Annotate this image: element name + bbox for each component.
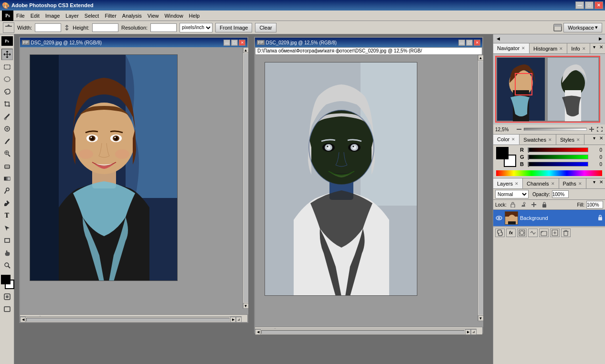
height-input[interactable] — [92, 23, 118, 32]
layer-background[interactable]: Background — [493, 210, 605, 227]
close-button[interactable]: ✕ — [594, 1, 603, 9]
b-slider-thumb[interactable] — [528, 162, 529, 167]
doc2-minimize[interactable]: — — [458, 40, 465, 46]
tool-shape[interactable] — [1, 235, 13, 246]
navigator-panel-menu[interactable]: ▾ — [591, 43, 597, 53]
doc2-hscroll[interactable]: ◀ ▶ ⊿ — [255, 329, 477, 334]
doc2-window-controls[interactable]: — □ ✕ — [458, 40, 480, 46]
tab-styles[interactable]: Styles ✕ — [556, 135, 584, 145]
menu-file[interactable]: File — [13, 12, 28, 20]
doc2-vscroll[interactable]: ▲ ▼ — [478, 55, 483, 321]
tool-marquee-ellipse[interactable] — [1, 73, 13, 85]
blend-mode-select[interactable]: Normal Multiply Screen — [495, 190, 529, 198]
tab-color[interactable]: Color ✕ — [493, 135, 520, 145]
menu-image[interactable]: Image — [42, 12, 63, 20]
tool-pen[interactable] — [1, 198, 13, 209]
tool-eraser[interactable] — [1, 160, 13, 172]
doc2-hscroll-right[interactable]: ▶ — [465, 329, 471, 335]
fill-input[interactable] — [586, 201, 603, 208]
tool-path-select[interactable] — [1, 222, 13, 234]
b-slider[interactable] — [528, 162, 588, 166]
tab-histogram[interactable]: Histogram ✕ — [530, 43, 567, 53]
tab-layers-close[interactable]: ✕ — [515, 181, 519, 186]
lock-all-btn[interactable] — [540, 201, 549, 208]
tab-color-close[interactable]: ✕ — [511, 137, 515, 142]
tool-quick-mask[interactable] — [1, 291, 13, 302]
tool-brush[interactable] — [1, 135, 13, 147]
tool-clone[interactable] — [1, 148, 13, 159]
doc2-vscroll-track[interactable] — [478, 61, 483, 315]
color-panel-options[interactable]: ✕ — [597, 135, 605, 145]
layer-group-btn[interactable] — [539, 229, 549, 237]
menu-edit[interactable]: Edit — [28, 12, 42, 20]
layer-visibility-eye[interactable] — [495, 214, 503, 222]
doc2-close[interactable]: ✕ — [474, 40, 480, 46]
tool-lasso[interactable] — [1, 86, 13, 97]
panel-collapse-left[interactable]: ◀ — [495, 35, 501, 42]
doc2-hscroll-track[interactable] — [261, 330, 465, 334]
doc1-window-controls[interactable]: — □ ✕ — [223, 40, 245, 46]
tool-marquee-rect[interactable] — [1, 61, 13, 73]
doc1-hscroll-track[interactable] — [26, 318, 230, 322]
tool-text[interactable]: T — [1, 210, 13, 221]
minimize-button[interactable]: — — [575, 1, 584, 9]
tab-swatches[interactable]: Swatches ✕ — [520, 135, 556, 145]
tool-hand[interactable] — [1, 247, 13, 259]
lock-position-btn[interactable] — [530, 201, 538, 208]
tool-options-icon[interactable] — [3, 22, 14, 33]
maximize-button[interactable]: □ — [585, 1, 594, 9]
menu-window[interactable]: Window — [161, 12, 186, 20]
menu-analysis[interactable]: Analysis — [119, 12, 145, 20]
color-spectrum[interactable] — [496, 170, 602, 176]
lock-image-btn[interactable] — [519, 201, 528, 208]
opacity-input[interactable] — [552, 190, 569, 198]
menu-view[interactable]: View — [145, 12, 162, 20]
front-image-button[interactable]: Front Image — [215, 23, 252, 32]
doc2-hscroll-left[interactable]: ◀ — [255, 329, 261, 335]
tool-gradient[interactable] — [1, 173, 13, 184]
tab-navigator-close[interactable]: ✕ — [521, 46, 525, 51]
panel-collapse-right[interactable]: ▶ — [597, 35, 604, 42]
doc1-maximize[interactable]: □ — [231, 40, 238, 46]
layer-delete-btn[interactable] — [561, 229, 571, 237]
menu-select[interactable]: Select — [82, 12, 102, 20]
doc1-close[interactable]: ✕ — [239, 40, 245, 46]
doc2-vscroll-down[interactable]: ▼ — [478, 315, 484, 321]
layer-fx-btn[interactable]: fx — [506, 229, 516, 237]
tool-screen-mode[interactable] — [1, 303, 13, 315]
menu-help[interactable]: Help — [186, 12, 203, 20]
nav-zoom-expand[interactable] — [596, 126, 603, 132]
tool-healing[interactable] — [1, 123, 13, 135]
layer-mask-btn[interactable] — [517, 229, 527, 237]
tab-paths-close[interactable]: ✕ — [578, 181, 582, 186]
clear-button[interactable]: Clear — [255, 23, 276, 32]
layer-link-btn[interactable] — [495, 229, 505, 237]
doc1-vscroll-down[interactable]: ▼ — [243, 303, 249, 309]
menu-layer[interactable]: Layer — [63, 12, 82, 20]
doc2-maximize[interactable]: □ — [466, 40, 473, 46]
doc1-vscroll-track[interactable] — [244, 53, 248, 302]
doc1-minimize[interactable]: — — [223, 40, 230, 46]
layer-new-btn[interactable] — [550, 229, 560, 237]
width-input[interactable] — [35, 23, 61, 32]
workspace-button[interactable]: Workspace ▾ — [563, 23, 602, 32]
tab-histogram-close[interactable]: ✕ — [559, 46, 563, 51]
unit-select[interactable]: pixels/inch pixels/cm — [180, 23, 212, 32]
tab-swatches-close[interactable]: ✕ — [548, 137, 552, 142]
tab-channels-close[interactable]: ✕ — [551, 181, 555, 186]
layers-panel-menu[interactable]: ▾ — [591, 178, 597, 188]
doc1-vscroll[interactable]: ▲ ▼ — [243, 47, 248, 309]
tab-info-close[interactable]: ✕ — [582, 46, 586, 51]
foreground-color[interactable] — [1, 275, 11, 284]
g-slider-thumb[interactable] — [528, 155, 529, 160]
nav-zoom-slider[interactable] — [524, 128, 587, 131]
tool-move[interactable] — [1, 49, 13, 60]
r-slider[interactable] — [528, 147, 588, 152]
lock-transparent-btn[interactable] — [509, 201, 517, 208]
layers-panel-options[interactable]: ✕ — [597, 178, 605, 188]
doc1-hscroll-left[interactable]: ◀ — [20, 317, 26, 322]
doc1-hscroll[interactable]: ◀ ▶ ⊿ — [20, 316, 242, 322]
color-panel-menu[interactable]: ▾ — [591, 135, 597, 145]
tab-layers[interactable]: Layers ✕ — [493, 178, 523, 188]
tool-dodge[interactable] — [1, 185, 13, 197]
